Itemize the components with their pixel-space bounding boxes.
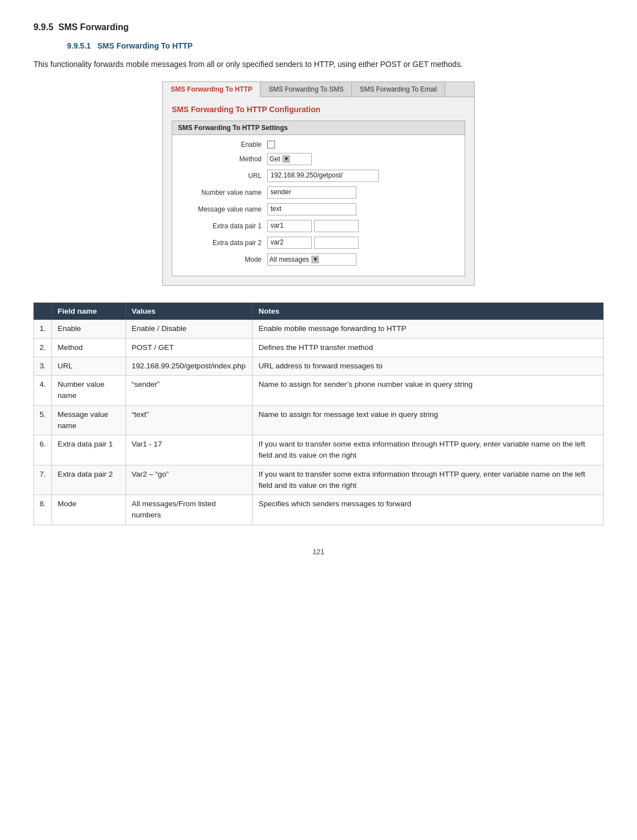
- cell-num: 4.: [34, 376, 52, 406]
- cell-values: “sender”: [126, 376, 253, 406]
- col-field-name: Field name: [52, 303, 126, 320]
- message-value-name-input[interactable]: text: [267, 203, 356, 215]
- cell-num: 1.: [34, 320, 52, 338]
- form-row-url: URL 192.168.99.250/getpost/: [178, 170, 459, 182]
- cell-field-name: Message value name: [52, 405, 126, 435]
- cell-notes: If you want to transfer some extra infor…: [253, 435, 604, 465]
- method-label: Method: [178, 155, 267, 163]
- cell-num: 7.: [34, 465, 52, 495]
- cell-num: 6.: [34, 435, 52, 465]
- tab-bar: SMS Forwarding To HTTP SMS Forwarding To…: [163, 82, 474, 97]
- page-number: 121: [33, 548, 604, 556]
- enable-checkbox[interactable]: [267, 141, 275, 148]
- extra-pair-1-right-input[interactable]: [314, 220, 359, 232]
- cell-values: POST / GET: [126, 338, 253, 357]
- table-row: 5.Message value name“text”Name to assign…: [34, 405, 604, 435]
- cell-field-name: Extra data pair 2: [52, 465, 126, 495]
- extra-pair-2-label: Extra data pair 2: [178, 239, 267, 247]
- ui-config-title: SMS Forwarding To HTTP Configuration: [172, 105, 465, 114]
- extra-pair-1-left-input[interactable]: var1: [267, 220, 312, 232]
- extra-pair-2-right-input[interactable]: [314, 237, 359, 249]
- extra-pair-2-left-input[interactable]: var2: [267, 237, 312, 249]
- cell-notes: URL address to forward messages to: [253, 357, 604, 375]
- cell-values: Var1 - 17: [126, 435, 253, 465]
- ui-settings-section: SMS Forwarding To HTTP Settings Enable M…: [172, 121, 465, 276]
- table-row: 2.MethodPOST / GETDefines the HTTP trans…: [34, 338, 604, 357]
- ui-settings-header: SMS Forwarding To HTTP Settings: [172, 121, 465, 135]
- table-row: 7.Extra data pair 2Var2 – “go”If you wan…: [34, 465, 604, 495]
- url-input[interactable]: 192.168.99.250/getpost/: [267, 170, 379, 182]
- mode-value: All messages: [269, 256, 309, 263]
- data-table: Field name Values Notes 1.EnableEnable /…: [33, 303, 604, 525]
- section-number: 9.9.5: [33, 22, 54, 32]
- tab-sms[interactable]: SMS Forwarding To SMS: [260, 82, 352, 97]
- form-row-mode: Mode All messages ▼: [178, 253, 459, 266]
- tab-email[interactable]: SMS Forwarding To Email: [352, 82, 446, 97]
- cell-values: All messages/From listed numbers: [126, 495, 253, 525]
- mode-dropdown-arrow: ▼: [311, 256, 319, 263]
- cell-field-name: Mode: [52, 495, 126, 525]
- cell-field-name: Number value name: [52, 376, 126, 406]
- section-title: SMS Forwarding: [58, 22, 128, 32]
- table-row: 6.Extra data pair 1Var1 - 17If you want …: [34, 435, 604, 465]
- url-label: URL: [178, 172, 267, 180]
- cell-notes: Specifies which senders messages to forw…: [253, 495, 604, 525]
- ui-form: Enable Method Get ▼ URL 192.168.99.250/g…: [172, 135, 465, 276]
- method-value: Get: [269, 155, 280, 163]
- cell-notes: Name to assign for message text value in…: [253, 405, 604, 435]
- subsection-title: SMS Forwarding To HTTP: [98, 41, 193, 50]
- intro-paragraph: This functionality forwards mobile messa…: [33, 58, 604, 70]
- cell-values: Var2 – “go”: [126, 465, 253, 495]
- cell-field-name: Enable: [52, 320, 126, 338]
- form-row-enable: Enable: [178, 141, 459, 148]
- cell-notes: If you want to transfer some extra infor…: [253, 465, 604, 495]
- mode-label: Mode: [178, 256, 267, 263]
- table-row: 8.ModeAll messages/From listed numbersSp…: [34, 495, 604, 525]
- cell-values: 192.168.99.250/getpost/index.php: [126, 357, 253, 375]
- method-dropdown-arrow: ▼: [282, 155, 290, 163]
- table-row: 3.URL192.168.99.250/getpost/index.phpURL…: [34, 357, 604, 375]
- cell-values: “text”: [126, 405, 253, 435]
- message-value-name-label: Message value name: [178, 205, 267, 213]
- cell-notes: Name to assign for sender’s phone number…: [253, 376, 604, 406]
- number-value-name-input[interactable]: sender: [267, 186, 356, 199]
- cell-num: 5.: [34, 405, 52, 435]
- form-row-number-value-name: Number value name sender: [178, 186, 459, 199]
- form-row-message-value-name: Message value name text: [178, 203, 459, 215]
- cell-notes: Defines the HTTP transfer method: [253, 338, 604, 357]
- cell-num: 3.: [34, 357, 52, 375]
- ui-screenshot: SMS Forwarding To HTTP SMS Forwarding To…: [162, 81, 475, 286]
- table-row: 4.Number value name“sender”Name to assig…: [34, 376, 604, 406]
- section-heading: 9.9.5 SMS Forwarding: [33, 22, 604, 32]
- col-values: Values: [126, 303, 253, 320]
- table-row: 1.EnableEnable / DisableEnable mobile me…: [34, 320, 604, 338]
- form-row-method: Method Get ▼: [178, 153, 459, 165]
- form-row-extra-pair-1: Extra data pair 1 var1: [178, 220, 459, 232]
- subsection-number: 9.9.5.1: [67, 41, 91, 50]
- cell-field-name: Extra data pair 1: [52, 435, 126, 465]
- ui-body: SMS Forwarding To HTTP Configuration SMS…: [163, 97, 474, 285]
- cell-num: 2.: [34, 338, 52, 357]
- cell-num: 8.: [34, 495, 52, 525]
- cell-field-name: URL: [52, 357, 126, 375]
- mode-select[interactable]: All messages ▼: [267, 253, 356, 266]
- extra-pair-2-inputs: var2: [267, 237, 359, 249]
- form-row-extra-pair-2: Extra data pair 2 var2: [178, 237, 459, 249]
- subsection-heading: 9.9.5.1 SMS Forwarding To HTTP: [67, 41, 604, 50]
- col-notes: Notes: [253, 303, 604, 320]
- tab-http[interactable]: SMS Forwarding To HTTP: [163, 82, 260, 97]
- table-header-row: Field name Values Notes: [34, 303, 604, 320]
- cell-values: Enable / Disable: [126, 320, 253, 338]
- extra-pair-1-label: Extra data pair 1: [178, 222, 267, 230]
- extra-pair-1-inputs: var1: [267, 220, 359, 232]
- number-value-name-label: Number value name: [178, 189, 267, 196]
- col-num: [34, 303, 52, 320]
- cell-notes: Enable mobile message forwarding to HTTP: [253, 320, 604, 338]
- enable-label: Enable: [178, 141, 267, 148]
- cell-field-name: Method: [52, 338, 126, 357]
- method-select[interactable]: Get ▼: [267, 153, 312, 165]
